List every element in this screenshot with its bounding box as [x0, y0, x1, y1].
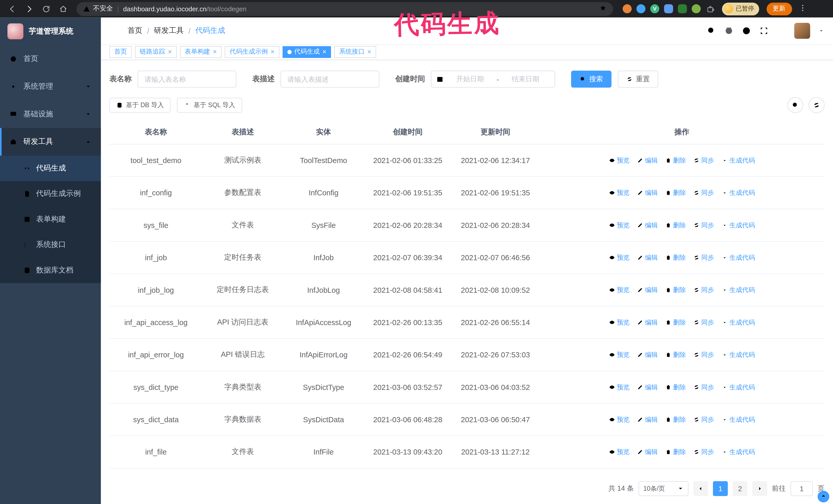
generate-code-link[interactable]: 生成代码	[721, 415, 755, 424]
browser-home-button[interactable]	[56, 2, 70, 16]
extension-icon-leaf[interactable]	[692, 4, 701, 13]
generate-code-link[interactable]: 生成代码	[721, 318, 755, 327]
preview-link[interactable]: 预览	[609, 156, 629, 165]
address-bar[interactable]: 不安全 | dashboard.yudao.iocoder.cn/tool/co…	[76, 2, 613, 16]
security-warning[interactable]: 不安全	[83, 4, 113, 13]
close-icon[interactable]	[213, 48, 217, 55]
breadcrumb-home[interactable]: 首页	[127, 26, 142, 35]
preview-link[interactable]: 预览	[609, 188, 629, 197]
prev-page-button[interactable]	[693, 481, 708, 496]
page-button-2[interactable]: 2	[733, 481, 747, 496]
preview-link[interactable]: 预览	[609, 350, 629, 359]
edit-link[interactable]: 编辑	[637, 383, 658, 392]
breadcrumb-dev-tools[interactable]: 研发工具	[154, 26, 184, 35]
sync-link[interactable]: 同步	[693, 350, 714, 359]
delete-link[interactable]: 删除	[665, 415, 686, 424]
generate-code-link[interactable]: 生成代码	[721, 156, 755, 165]
delete-link[interactable]: 删除	[665, 447, 686, 456]
generate-code-link[interactable]: 生成代码	[721, 221, 755, 230]
user-avatar[interactable]	[794, 23, 810, 39]
close-icon[interactable]	[168, 48, 172, 55]
edit-link[interactable]: 编辑	[637, 221, 658, 230]
preview-link[interactable]: 预览	[609, 253, 629, 262]
preview-link[interactable]: 预览	[609, 286, 629, 294]
sync-link[interactable]: 同步	[693, 156, 714, 165]
edit-link[interactable]: 编辑	[637, 188, 658, 197]
font-size-icon[interactable]	[777, 26, 786, 35]
preview-link[interactable]: 预览	[609, 318, 629, 327]
sync-link[interactable]: 同步	[693, 286, 714, 294]
import-db-button[interactable]: 基于 DB 导入	[110, 98, 171, 113]
github-icon[interactable]	[724, 26, 734, 35]
delete-link[interactable]: 删除	[665, 350, 686, 359]
table-desc-input[interactable]	[280, 71, 379, 88]
sidebar-item-home[interactable]: 首页	[0, 45, 101, 73]
close-icon[interactable]	[323, 48, 327, 55]
goto-page-input[interactable]	[790, 481, 813, 496]
extension-icon-screen[interactable]	[678, 4, 687, 13]
generate-code-link[interactable]: 生成代码	[721, 383, 755, 392]
delete-link[interactable]: 删除	[665, 286, 686, 294]
tab-home[interactable]: 首页	[110, 46, 132, 58]
tab-codegen-example[interactable]: 代码生成示例	[225, 46, 279, 58]
browser-menu-icon[interactable]	[798, 3, 807, 14]
edit-link[interactable]: 编辑	[637, 415, 658, 424]
delete-link[interactable]: 删除	[665, 156, 686, 165]
sidebar-item-codegen-example[interactable]: 代码生成示例	[0, 181, 101, 207]
extension-icon-blue-drop[interactable]	[636, 4, 645, 13]
extension-icon-orange[interactable]	[623, 4, 632, 13]
generate-code-link[interactable]: 生成代码	[721, 253, 755, 262]
preview-link[interactable]: 预览	[609, 415, 629, 424]
edit-link[interactable]: 编辑	[637, 286, 658, 294]
sync-link[interactable]: 同步	[693, 447, 714, 456]
avatar-caret-icon[interactable]	[818, 28, 825, 34]
edit-link[interactable]: 编辑	[637, 156, 658, 165]
sidebar-item-db-docs[interactable]: 数据库文档	[0, 258, 101, 283]
sidebar-item-dev-tools[interactable]: 研发工具	[0, 128, 101, 155]
delete-link[interactable]: 删除	[665, 318, 686, 327]
extensions-puzzle-icon[interactable]	[706, 4, 715, 13]
generate-code-link[interactable]: 生成代码	[721, 350, 755, 359]
preview-link[interactable]: 预览	[609, 221, 629, 230]
search-icon[interactable]	[707, 26, 716, 35]
bookmark-star-icon[interactable]	[599, 4, 607, 13]
sync-link[interactable]: 同步	[693, 415, 714, 424]
back-to-top-button[interactable]	[818, 491, 829, 502]
preview-link[interactable]: 预览	[609, 447, 629, 456]
browser-forward-button[interactable]	[22, 2, 36, 16]
preview-link[interactable]: 预览	[609, 383, 629, 392]
sync-link[interactable]: 同步	[693, 318, 714, 327]
sync-link[interactable]: 同步	[693, 221, 714, 230]
delete-link[interactable]: 删除	[665, 188, 686, 197]
import-sql-button[interactable]: 基于 SQL 导入	[177, 98, 242, 113]
sync-link[interactable]: 同步	[693, 188, 714, 197]
sync-link[interactable]: 同步	[693, 253, 714, 262]
browser-reload-button[interactable]	[39, 2, 53, 16]
browser-update-button[interactable]: 更新	[766, 2, 792, 15]
generate-code-link[interactable]: 生成代码	[721, 447, 755, 456]
refresh-table-button[interactable]	[809, 97, 825, 113]
generate-code-link[interactable]: 生成代码	[721, 188, 755, 197]
browser-back-button[interactable]	[5, 2, 19, 16]
tab-form-builder[interactable]: 表单构建	[180, 46, 222, 58]
close-icon[interactable]	[270, 48, 275, 55]
sidebar-item-infrastructure[interactable]: 基础设施	[0, 100, 101, 128]
sync-link[interactable]: 同步	[693, 383, 714, 392]
app-logo[interactable]: 芋道管理系统	[0, 18, 101, 45]
edit-link[interactable]: 编辑	[637, 447, 658, 456]
page-button-1[interactable]: 1	[713, 481, 728, 496]
extension-icon-people[interactable]	[664, 4, 673, 13]
tab-codegen[interactable]: 代码生成	[282, 46, 331, 58]
help-icon[interactable]	[741, 26, 751, 35]
sidebar-item-codegen[interactable]: 代码生成	[0, 155, 101, 181]
search-button[interactable]: 搜索	[571, 71, 612, 88]
create-time-range-picker[interactable]: 开始日期 - 结束日期	[431, 71, 555, 88]
fullscreen-icon[interactable]	[759, 26, 769, 35]
page-size-select[interactable]: 10条/页	[639, 481, 688, 496]
toggle-search-button[interactable]	[787, 97, 803, 113]
table-name-input[interactable]	[138, 71, 237, 88]
delete-link[interactable]: 删除	[665, 221, 686, 230]
vue-devtools-icon[interactable]: V	[650, 4, 659, 13]
reset-button[interactable]: 重置	[618, 71, 659, 88]
edit-link[interactable]: 编辑	[637, 253, 658, 262]
